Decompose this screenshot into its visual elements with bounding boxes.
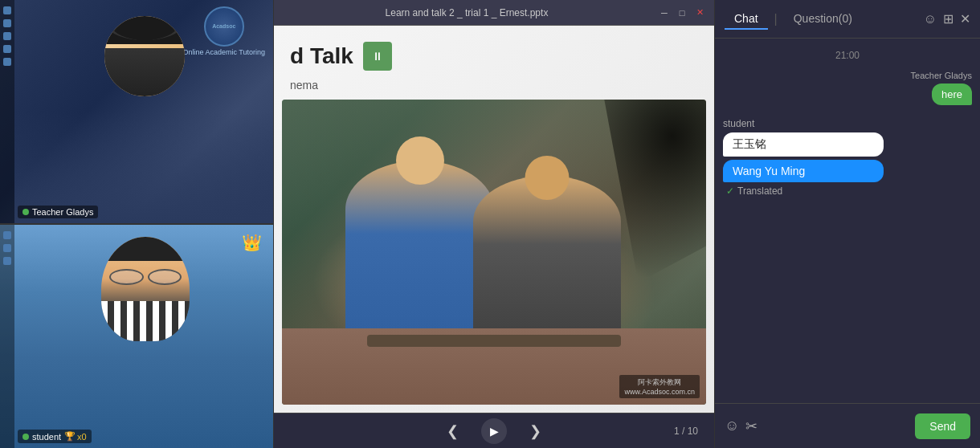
student-label: student 🏆x0 bbox=[18, 430, 92, 443]
slide-pause-button[interactable]: ⏸ bbox=[363, 42, 392, 71]
presentation-title: Learn and talk 2 _ trial 1 _ Ernest.pptx bbox=[282, 7, 651, 18]
presentation-area: d Talk ⏸ nema bbox=[274, 26, 714, 413]
person-left-head bbox=[396, 136, 444, 185]
crown-icon: 👑 bbox=[242, 233, 262, 252]
teacher-video-bg: Acadsoc Online Academic Tutoring Teacher… bbox=[0, 0, 273, 223]
teacher-message-sender: Teacher Gladys bbox=[911, 71, 972, 80]
chat-body: 21:00 Teacher Gladys here student 王玉铭 Wa… bbox=[715, 39, 980, 403]
student-name-label: student bbox=[32, 432, 61, 442]
smiley-header-icon[interactable]: ☺ bbox=[924, 12, 937, 26]
tab-question[interactable]: Question(0) bbox=[784, 9, 862, 30]
student-chat-section: student 王玉铭 Wang Yu Ming ✓ Translated bbox=[723, 118, 972, 197]
student-section-label: student bbox=[723, 118, 972, 129]
student-sidebar-dot-1 bbox=[3, 231, 11, 239]
next-slide-button[interactable]: ❯ bbox=[523, 419, 548, 443]
mic-icon-student bbox=[22, 434, 29, 440]
prev-slide-button[interactable]: ❮ bbox=[440, 419, 465, 443]
slide-header: d Talk ⏸ bbox=[274, 26, 714, 79]
slide-image-area: 阿卡索外教网 www.Acadsoc.com.cn bbox=[282, 100, 706, 405]
sidebar-icons bbox=[0, 0, 14, 223]
play-icon: ▶ bbox=[490, 425, 499, 438]
chat-input-area: ☺ ✂ Send bbox=[715, 403, 980, 448]
sidebar-dot-5 bbox=[3, 58, 11, 66]
teacher-video-feed: Acadsoc Online Academic Tutoring Teacher… bbox=[0, 0, 273, 225]
glass-right bbox=[148, 269, 182, 285]
close-chat-icon[interactable]: ✕ bbox=[960, 11, 970, 26]
glasses bbox=[109, 269, 182, 285]
watermark: 阿卡索外教网 www.Acadsoc.com.cn bbox=[619, 375, 700, 398]
scissors-button[interactable]: ✂ bbox=[745, 417, 757, 435]
student-face bbox=[101, 237, 190, 341]
sidebar-dot-3 bbox=[3, 32, 11, 40]
student-video-feed: 👑 student 🏆x0 bbox=[0, 225, 273, 448]
logo-inner-text: Acadsoc bbox=[212, 23, 235, 30]
watermark-line1: 阿卡索外教网 bbox=[624, 377, 695, 388]
teacher-face bbox=[104, 16, 185, 96]
teacher-clothes bbox=[104, 48, 185, 96]
translated-badge: ✓ Translated bbox=[726, 185, 972, 197]
send-button[interactable]: Send bbox=[915, 413, 970, 439]
minimize-button[interactable]: ─ bbox=[658, 6, 671, 19]
sidebar-dot-2 bbox=[3, 19, 11, 27]
presentation-controls: ❮ ▶ ❯ 1 / 10 bbox=[274, 413, 714, 448]
teacher-message-bubble: here bbox=[932, 83, 972, 105]
maximize-button[interactable]: □ bbox=[676, 6, 688, 19]
translated-label: Translated bbox=[737, 185, 782, 197]
watermark-line2: www.Acadsoc.com.cn bbox=[624, 388, 695, 396]
teacher-name-label: Teacher Gladys bbox=[32, 207, 93, 217]
left-panel: Acadsoc Online Academic Tutoring Teacher… bbox=[0, 0, 273, 448]
trophy-count: x0 bbox=[77, 432, 87, 442]
acadsoc-logo: Acadsoc Online Academic Tutoring bbox=[182, 6, 265, 56]
slide-photo: 阿卡索外教网 www.Acadsoc.com.cn bbox=[282, 100, 706, 405]
slide-title: d Talk bbox=[290, 43, 353, 69]
close-button[interactable]: ✕ bbox=[693, 6, 706, 19]
sidebar-dot-4 bbox=[3, 45, 11, 53]
chat-header: Chat | Question(0) ☺ ⊞ ✕ bbox=[715, 0, 980, 39]
mic-icon-teacher bbox=[22, 209, 29, 215]
chat-header-icons: ☺ ⊞ ✕ bbox=[924, 11, 970, 26]
logo-text: Acadsoc bbox=[212, 23, 235, 30]
acadsoc-logo-subtext: Online Academic Tutoring bbox=[182, 48, 265, 56]
pause-icon: ⏸ bbox=[372, 50, 383, 63]
chat-icons-left: ☺ ✂ bbox=[725, 417, 757, 435]
student-message-chinese: 王玉铭 bbox=[723, 132, 884, 157]
student-shirt bbox=[101, 301, 190, 341]
student-video-bg: 👑 student 🏆x0 bbox=[0, 225, 273, 448]
trophy-badge: 🏆x0 bbox=[64, 431, 87, 442]
teacher-message-row: Teacher Gladys here bbox=[723, 71, 972, 105]
sidebar-dot-1 bbox=[3, 6, 11, 14]
laptop bbox=[367, 335, 622, 347]
play-button[interactable]: ▶ bbox=[481, 418, 507, 444]
person-right-head bbox=[525, 156, 570, 200]
student-message-english: Wang Yu Ming bbox=[723, 160, 884, 182]
slide-content: d Talk ⏸ nema bbox=[274, 26, 714, 413]
student-sidebar-icons bbox=[0, 225, 14, 448]
teacher-label: Teacher Gladys bbox=[18, 206, 98, 218]
tab-divider: | bbox=[774, 12, 778, 26]
student-sidebar-dot-2 bbox=[3, 244, 11, 252]
chat-time: 21:00 bbox=[723, 50, 972, 61]
slide-counter: 1 / 10 bbox=[674, 426, 698, 437]
titlebar-controls: ─ □ ✕ bbox=[658, 6, 706, 19]
right-panel: Chat | Question(0) ☺ ⊞ ✕ 21:00 Teacher G… bbox=[715, 0, 980, 448]
check-icon: ✓ bbox=[726, 185, 734, 197]
slide-subtitle: nema bbox=[274, 79, 714, 92]
presentation-titlebar: Learn and talk 2 _ trial 1 _ Ernest.pptx… bbox=[274, 0, 714, 26]
student-sidebar-dot-3 bbox=[3, 257, 11, 265]
student-hair bbox=[101, 237, 190, 261]
tab-chat[interactable]: Chat bbox=[725, 9, 768, 30]
emoji-button[interactable]: ☺ bbox=[725, 417, 739, 435]
expand-icon[interactable]: ⊞ bbox=[943, 11, 953, 26]
acadsoc-logo-circle: Acadsoc bbox=[204, 6, 244, 47]
glass-left bbox=[109, 269, 144, 285]
middle-panel: Learn and talk 2 _ trial 1 _ Ernest.pptx… bbox=[273, 0, 715, 448]
